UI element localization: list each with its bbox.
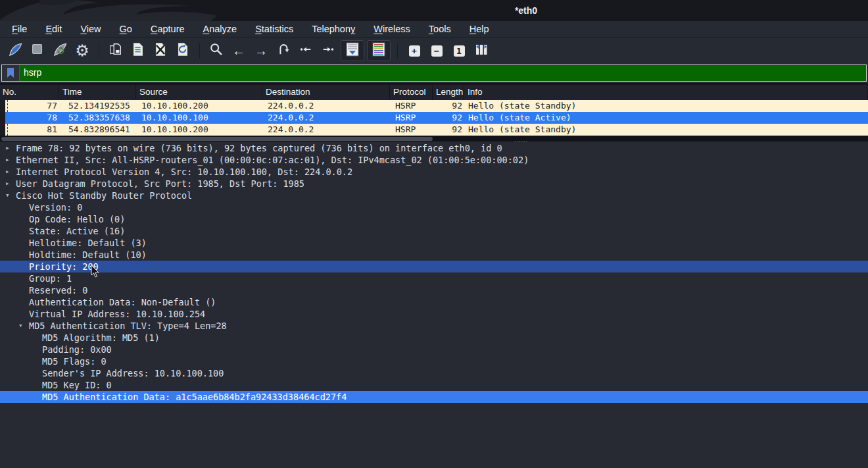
packet-row-77[interactable]: 7752.13419253510.10.100.200224.0.0.2HSRP… xyxy=(0,100,868,112)
packet-cell-protocol[interactable]: HSRP xyxy=(390,124,433,136)
packet-cell-source[interactable]: 10.10.100.200 xyxy=(136,124,262,136)
packet-cell-info[interactable]: Hello (state Active) xyxy=(464,112,868,124)
zoom-out-button[interactable]: − xyxy=(427,41,446,61)
detail-line[interactable]: Authentication Data: Non-Default () xyxy=(0,296,868,308)
open-file-button[interactable] xyxy=(106,41,126,61)
detail-line[interactable]: Sender's IP Address: 10.10.100.100 xyxy=(0,367,868,379)
packet-cell-no[interactable]: 81 xyxy=(0,124,59,136)
menu-item-go[interactable]: Go xyxy=(110,21,141,38)
capture-options-button[interactable]: ⚙ xyxy=(72,41,92,61)
detail-line[interactable]: Priority: 200 xyxy=(0,261,868,273)
detail-line[interactable]: ▸User Datagram Protocol, Src Port: 1985,… xyxy=(0,178,868,190)
expander-closed-icon[interactable]: ▸ xyxy=(5,166,10,178)
packet-cell-time[interactable]: 52.383357638 xyxy=(59,112,136,124)
display-filter-input[interactable]: hsrp xyxy=(1,65,867,82)
columns-icon xyxy=(473,41,489,60)
menu-item-wireless[interactable]: Wireless xyxy=(364,21,420,38)
packet-cell-no[interactable]: 77 xyxy=(0,100,59,112)
column-header-time[interactable]: Time xyxy=(59,85,136,100)
column-header-source[interactable]: Source xyxy=(136,85,262,100)
expander-open-icon[interactable]: ▾ xyxy=(18,320,23,332)
packet-row-81[interactable]: 8154.83289654110.10.100.200224.0.0.2HSRP… xyxy=(0,124,868,136)
detail-line[interactable]: Op Code: Hello (0) xyxy=(0,213,868,225)
menu-item-analyze[interactable]: Analyze xyxy=(194,21,247,38)
detail-line[interactable]: MD5 Algorithm: MD5 (1) xyxy=(0,332,868,344)
save-file-button[interactable] xyxy=(128,41,148,61)
packet-cell-time[interactable]: 52.134192535 xyxy=(59,100,136,112)
packet-cell-destination[interactable]: 224.0.0.2 xyxy=(262,100,390,112)
detail-line[interactable]: Padding: 0x00 xyxy=(0,344,868,355)
detail-line[interactable]: Hellotime: Default (3) xyxy=(0,237,868,249)
packet-row-78[interactable]: 7852.38335763810.10.100.100224.0.0.2HSRP… xyxy=(0,112,868,124)
menu-item-statistics[interactable]: Statistics xyxy=(246,21,302,38)
packet-cell-destination[interactable]: 224.0.0.2 xyxy=(262,124,390,136)
zoom-in-button[interactable]: + xyxy=(404,41,424,61)
arrow-last-icon xyxy=(321,42,335,59)
expander-closed-icon[interactable]: ▸ xyxy=(5,178,10,190)
close-file-button[interactable] xyxy=(151,41,170,61)
menu-item-capture[interactable]: Capture xyxy=(141,21,194,38)
restart-capture-button[interactable] xyxy=(50,41,70,61)
packet-number: 78 xyxy=(47,113,57,122)
packet-cell-time[interactable]: 54.832896541 xyxy=(59,124,136,136)
start-capture-button[interactable] xyxy=(5,41,25,61)
colorize-toggle-button[interactable] xyxy=(367,40,391,61)
packet-cell-length[interactable]: 92 xyxy=(433,100,464,112)
packet-cell-source[interactable]: 10.10.100.200 xyxy=(136,100,262,112)
detail-line[interactable]: ▾Cisco Hot Standby Router Protocol xyxy=(0,190,868,201)
detail-line[interactable]: Virtual IP Address: 10.10.100.254 xyxy=(0,308,868,320)
find-packet-button[interactable] xyxy=(206,41,226,61)
menu-item-telephony[interactable]: Telephony xyxy=(302,21,364,38)
expander-closed-icon[interactable]: ▸ xyxy=(5,142,10,154)
packet-cell-protocol[interactable]: HSRP xyxy=(390,112,433,124)
packet-cell-source[interactable]: 10.10.100.100 xyxy=(136,112,262,124)
detail-line[interactable]: ▾MD5 Authentication TLV: Type=4 Len=28 xyxy=(0,320,868,332)
zoom-100-button[interactable]: 1 xyxy=(449,41,469,61)
column-header-info[interactable]: Info xyxy=(464,85,868,100)
packet-cell-no[interactable]: 78 xyxy=(0,112,59,124)
stop-capture-button[interactable] xyxy=(28,41,47,61)
column-header-protocol[interactable]: Protocol xyxy=(390,85,433,100)
packet-cell-length[interactable]: 92 xyxy=(433,112,464,124)
menu-item-view[interactable]: View xyxy=(71,21,110,38)
column-header-length[interactable]: Length xyxy=(433,85,464,100)
separator-1 xyxy=(99,43,99,59)
expander-open-icon[interactable]: ▾ xyxy=(5,190,10,201)
reload-file-button[interactable] xyxy=(173,41,193,61)
packet-cell-info[interactable]: Hello (state Standby) xyxy=(464,100,868,112)
detail-line[interactable]: Holdtime: Default (10) xyxy=(0,249,868,261)
detail-line[interactable]: Group: 1 xyxy=(0,273,868,284)
column-header-no[interactable]: No. xyxy=(0,85,59,100)
packet-list-rows: 7752.13419253510.10.100.200224.0.0.2HSRP… xyxy=(0,100,868,136)
packet-cell-protocol[interactable]: HSRP xyxy=(390,100,433,112)
detail-line[interactable]: ▸Frame 78: 92 bytes on wire (736 bits), … xyxy=(0,142,868,154)
packet-cell-info[interactable]: Hello (state Standby) xyxy=(464,124,868,136)
expander-closed-icon[interactable]: ▸ xyxy=(5,154,10,166)
detail-line[interactable]: ▸Ethernet II, Src: All-HSRP-routers_01 (… xyxy=(0,154,868,166)
go-back-button[interactable]: ← xyxy=(229,41,249,61)
menu-item-edit[interactable]: Edit xyxy=(36,21,71,38)
detail-line[interactable]: Version: 0 xyxy=(0,201,868,213)
filter-bookmark-button[interactable] xyxy=(2,65,20,81)
menu-item-help[interactable]: Help xyxy=(460,21,498,38)
menu-item-tools[interactable]: Tools xyxy=(420,21,460,38)
column-header-destination[interactable]: Destination xyxy=(262,85,390,100)
hscrollbar-handle[interactable] xyxy=(1,137,433,141)
detail-line[interactable]: MD5 Authentication Data: a1c5aae6b84b2fa… xyxy=(0,391,868,403)
title-bar[interactable]: *eth0 xyxy=(0,0,868,21)
packet-cell-destination[interactable]: 224.0.0.2 xyxy=(262,112,390,124)
resize-columns-button[interactable] xyxy=(471,41,491,61)
detail-line[interactable]: MD5 Key ID: 0 xyxy=(0,379,868,391)
go-to-packet-button[interactable] xyxy=(274,41,293,61)
menu-item-file[interactable]: File xyxy=(3,21,36,38)
detail-line[interactable]: MD5 Flags: 0 xyxy=(0,355,868,367)
auto-scroll-toggle-button[interactable] xyxy=(341,40,364,61)
go-first-packet-button[interactable] xyxy=(296,41,316,61)
go-forward-button[interactable]: → xyxy=(251,41,271,61)
filter-text[interactable]: hsrp xyxy=(20,65,866,81)
packet-cell-length[interactable]: 92 xyxy=(433,124,464,136)
detail-line[interactable]: State: Active (16) xyxy=(0,225,868,237)
detail-line[interactable]: ▸Internet Protocol Version 4, Src: 10.10… xyxy=(0,166,868,178)
detail-line[interactable]: Reserved: 0 xyxy=(0,284,868,296)
go-last-packet-button[interactable] xyxy=(318,41,338,61)
